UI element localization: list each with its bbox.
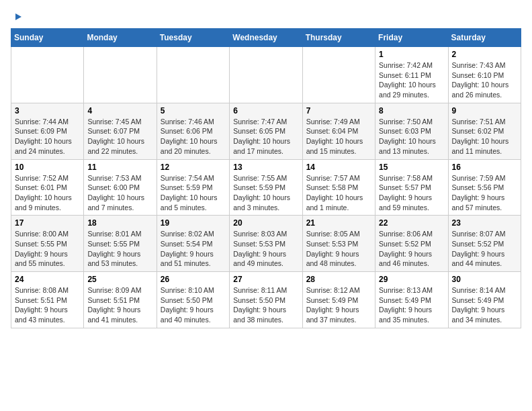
calendar-cell: 25Sunrise: 8:09 AM Sunset: 5:51 PM Dayli… xyxy=(84,272,157,328)
day-info: Sunrise: 8:14 AM Sunset: 5:49 PM Dayligh… xyxy=(452,285,517,325)
day-number: 19 xyxy=(161,218,226,228)
day-info: Sunrise: 8:05 AM Sunset: 5:53 PM Dayligh… xyxy=(306,229,371,269)
day-info: Sunrise: 7:42 AM Sunset: 6:11 PM Dayligh… xyxy=(379,60,444,100)
day-info: Sunrise: 7:45 AM Sunset: 6:07 PM Dayligh… xyxy=(87,117,152,156)
day-number: 17 xyxy=(15,218,80,228)
calendar-cell: 19Sunrise: 8:02 AM Sunset: 5:54 PM Dayli… xyxy=(157,216,229,272)
day-number: 6 xyxy=(233,106,298,116)
day-number: 21 xyxy=(306,218,371,228)
day-number: 1 xyxy=(379,50,444,59)
day-number: 7 xyxy=(306,106,371,116)
calendar-cell: 22Sunrise: 8:06 AM Sunset: 5:52 PM Dayli… xyxy=(375,216,448,272)
week-row-1: 1Sunrise: 7:42 AM Sunset: 6:11 PM Daylig… xyxy=(11,47,521,103)
week-row-5: 24Sunrise: 8:08 AM Sunset: 5:51 PM Dayli… xyxy=(11,272,521,328)
day-number: 16 xyxy=(452,163,517,172)
calendar-cell: 1Sunrise: 7:42 AM Sunset: 6:11 PM Daylig… xyxy=(375,47,448,103)
day-info: Sunrise: 8:06 AM Sunset: 5:52 PM Dayligh… xyxy=(379,229,444,269)
day-number: 3 xyxy=(15,106,80,116)
day-info: Sunrise: 7:55 AM Sunset: 5:59 PM Dayligh… xyxy=(233,173,298,213)
day-info: Sunrise: 8:10 AM Sunset: 5:50 PM Dayligh… xyxy=(161,285,226,325)
calendar-cell: 16Sunrise: 7:59 AM Sunset: 5:56 PM Dayli… xyxy=(448,159,521,216)
day-info: Sunrise: 8:09 AM Sunset: 5:51 PM Dayligh… xyxy=(87,285,152,325)
calendar-cell xyxy=(230,47,302,103)
day-info: Sunrise: 7:58 AM Sunset: 5:57 PM Dayligh… xyxy=(379,173,444,213)
calendar-cell: 26Sunrise: 8:10 AM Sunset: 5:50 PM Dayli… xyxy=(157,272,229,328)
day-number: 9 xyxy=(452,106,517,116)
calendar-cell: 10Sunrise: 7:52 AM Sunset: 6:01 PM Dayli… xyxy=(11,159,84,216)
day-info: Sunrise: 7:52 AM Sunset: 6:01 PM Dayligh… xyxy=(15,173,80,213)
day-number: 26 xyxy=(161,275,226,284)
day-info: Sunrise: 7:59 AM Sunset: 5:56 PM Dayligh… xyxy=(452,173,517,213)
day-info: Sunrise: 7:54 AM Sunset: 5:59 PM Dayligh… xyxy=(161,173,226,213)
day-number: 4 xyxy=(87,106,152,116)
day-number: 29 xyxy=(379,275,444,284)
week-row-4: 17Sunrise: 8:00 AM Sunset: 5:55 PM Dayli… xyxy=(11,216,521,272)
day-info: Sunrise: 7:50 AM Sunset: 6:03 PM Dayligh… xyxy=(379,117,444,156)
week-row-2: 3Sunrise: 7:44 AM Sunset: 6:09 PM Daylig… xyxy=(11,103,521,159)
day-number: 5 xyxy=(161,106,226,116)
calendar-cell: 21Sunrise: 8:05 AM Sunset: 5:53 PM Dayli… xyxy=(302,216,375,272)
calendar-cell: 5Sunrise: 7:46 AM Sunset: 6:06 PM Daylig… xyxy=(157,103,229,159)
day-info: Sunrise: 8:08 AM Sunset: 5:51 PM Dayligh… xyxy=(15,285,80,325)
column-header-sunday: Sunday xyxy=(11,29,84,47)
svg-marker-0 xyxy=(15,13,21,20)
day-info: Sunrise: 8:12 AM Sunset: 5:49 PM Dayligh… xyxy=(306,285,371,325)
day-number: 25 xyxy=(87,275,152,284)
day-number: 12 xyxy=(161,163,226,172)
calendar-cell: 23Sunrise: 8:07 AM Sunset: 5:52 PM Dayli… xyxy=(448,216,521,272)
day-info: Sunrise: 7:43 AM Sunset: 6:10 PM Dayligh… xyxy=(452,60,517,100)
day-number: 20 xyxy=(233,218,298,228)
calendar-cell: 18Sunrise: 8:01 AM Sunset: 5:55 PM Dayli… xyxy=(84,216,157,272)
column-header-tuesday: Tuesday xyxy=(157,29,229,47)
calendar-cell: 24Sunrise: 8:08 AM Sunset: 5:51 PM Dayli… xyxy=(11,272,84,328)
page-header xyxy=(11,11,521,23)
day-number: 27 xyxy=(233,275,298,284)
calendar-cell xyxy=(11,47,84,103)
calendar-table: SundayMondayTuesdayWednesdayThursdayFrid… xyxy=(11,28,521,328)
calendar-cell: 29Sunrise: 8:13 AM Sunset: 5:49 PM Dayli… xyxy=(375,272,448,328)
calendar-cell: 28Sunrise: 8:12 AM Sunset: 5:49 PM Dayli… xyxy=(302,272,375,328)
day-info: Sunrise: 7:53 AM Sunset: 6:00 PM Dayligh… xyxy=(87,173,152,213)
day-number: 30 xyxy=(452,275,517,284)
day-info: Sunrise: 8:07 AM Sunset: 5:52 PM Dayligh… xyxy=(452,229,517,269)
calendar-cell: 12Sunrise: 7:54 AM Sunset: 5:59 PM Dayli… xyxy=(157,159,229,216)
day-info: Sunrise: 8:01 AM Sunset: 5:55 PM Dayligh… xyxy=(87,229,152,269)
day-info: Sunrise: 7:51 AM Sunset: 6:02 PM Dayligh… xyxy=(452,117,517,156)
day-number: 15 xyxy=(379,163,444,172)
week-row-3: 10Sunrise: 7:52 AM Sunset: 6:01 PM Dayli… xyxy=(11,159,521,216)
day-info: Sunrise: 8:02 AM Sunset: 5:54 PM Dayligh… xyxy=(161,229,226,269)
column-header-thursday: Thursday xyxy=(302,29,375,47)
day-info: Sunrise: 8:13 AM Sunset: 5:49 PM Dayligh… xyxy=(379,285,444,325)
calendar-cell xyxy=(84,47,157,103)
day-number: 11 xyxy=(87,163,152,172)
column-header-friday: Friday xyxy=(375,29,448,47)
day-number: 24 xyxy=(15,275,80,284)
day-info: Sunrise: 8:11 AM Sunset: 5:50 PM Dayligh… xyxy=(233,285,298,325)
calendar-cell: 3Sunrise: 7:44 AM Sunset: 6:09 PM Daylig… xyxy=(11,103,84,159)
day-info: Sunrise: 7:57 AM Sunset: 5:58 PM Dayligh… xyxy=(306,173,371,213)
day-info: Sunrise: 7:49 AM Sunset: 6:04 PM Dayligh… xyxy=(306,117,371,156)
column-header-wednesday: Wednesday xyxy=(230,29,302,47)
calendar-cell: 8Sunrise: 7:50 AM Sunset: 6:03 PM Daylig… xyxy=(375,103,448,159)
logo xyxy=(11,11,24,23)
day-number: 10 xyxy=(15,163,80,172)
calendar-cell: 14Sunrise: 7:57 AM Sunset: 5:58 PM Dayli… xyxy=(302,159,375,216)
day-number: 14 xyxy=(306,163,371,172)
column-header-saturday: Saturday xyxy=(448,29,521,47)
day-number: 22 xyxy=(379,218,444,228)
calendar-cell: 15Sunrise: 7:58 AM Sunset: 5:57 PM Dayli… xyxy=(375,159,448,216)
calendar-cell: 13Sunrise: 7:55 AM Sunset: 5:59 PM Dayli… xyxy=(230,159,302,216)
day-number: 18 xyxy=(87,218,152,228)
day-number: 8 xyxy=(379,106,444,116)
logo-arrow-icon xyxy=(12,11,24,23)
column-header-monday: Monday xyxy=(84,29,157,47)
day-number: 28 xyxy=(306,275,371,284)
day-number: 23 xyxy=(452,218,517,228)
day-info: Sunrise: 8:03 AM Sunset: 5:53 PM Dayligh… xyxy=(233,229,298,269)
day-number: 13 xyxy=(233,163,298,172)
day-info: Sunrise: 8:00 AM Sunset: 5:55 PM Dayligh… xyxy=(15,229,80,269)
calendar-cell: 9Sunrise: 7:51 AM Sunset: 6:02 PM Daylig… xyxy=(448,103,521,159)
calendar-cell: 17Sunrise: 8:00 AM Sunset: 5:55 PM Dayli… xyxy=(11,216,84,272)
day-info: Sunrise: 7:47 AM Sunset: 6:05 PM Dayligh… xyxy=(233,117,298,156)
calendar-cell: 30Sunrise: 8:14 AM Sunset: 5:49 PM Dayli… xyxy=(448,272,521,328)
